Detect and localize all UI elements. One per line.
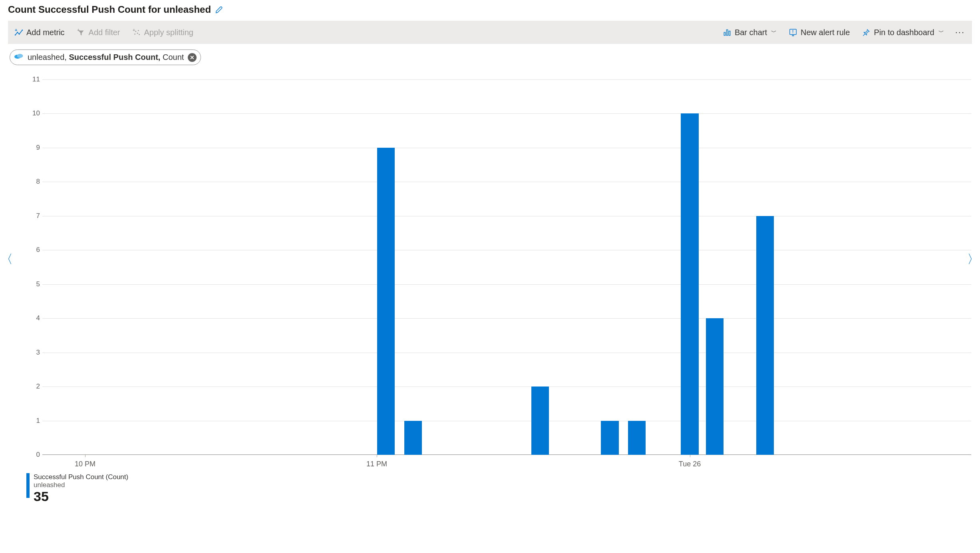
scroll-left-button[interactable]: 〈 [1, 251, 13, 268]
new-alert-rule-button[interactable]: ! New alert rule [784, 26, 855, 40]
svg-point-2 [17, 32, 18, 33]
gridline [42, 284, 971, 285]
metric-name: Successful Push Count, [69, 53, 160, 61]
svg-point-7 [135, 31, 136, 32]
resource-icon [14, 52, 24, 62]
gridline [42, 216, 971, 216]
add-metric-label: Add metric [26, 28, 65, 37]
chart-toolbar: + Add metric + Add filter + Apply splitt… [8, 21, 972, 44]
metric-aggregation: Count [163, 53, 184, 61]
filter-icon: + [77, 28, 85, 37]
add-metric-button[interactable]: + Add metric [10, 26, 70, 40]
x-axis-baseline [42, 454, 971, 455]
chart-bar[interactable] [628, 421, 646, 455]
gridline [42, 455, 971, 455]
svg-text:!: ! [792, 29, 794, 34]
chart-legend[interactable]: Successful Push Count (Count) unleashed … [26, 473, 972, 504]
svg-text:+: + [77, 28, 80, 32]
gridline [42, 250, 971, 250]
apply-splitting-label: Apply splitting [144, 28, 193, 37]
x-axis-tick-mark [690, 455, 690, 457]
chart-bar[interactable] [681, 113, 698, 455]
chart-bar[interactable] [377, 148, 395, 455]
gridline [42, 421, 971, 421]
new-alert-rule-label: New alert rule [801, 28, 850, 37]
y-axis-tick: 11 [24, 75, 40, 83]
splitting-icon: + [132, 28, 141, 37]
chevron-down-icon: ﹀ [771, 29, 777, 36]
gridline [42, 79, 971, 80]
gridline [42, 113, 971, 114]
y-axis-tick: 1 [24, 417, 40, 425]
y-axis-tick: 3 [24, 349, 40, 357]
y-axis-tick: 7 [24, 212, 40, 220]
x-axis-tick-label: 11 PM [366, 460, 387, 468]
y-axis-tick: 6 [24, 246, 40, 254]
y-axis-tick: 0 [24, 451, 40, 459]
chart-bar[interactable] [706, 318, 724, 455]
x-axis-tick-mark [377, 455, 377, 457]
gridline [42, 182, 971, 182]
legend-series-name: Successful Push Count (Count) [34, 473, 128, 481]
alert-icon: ! [789, 28, 797, 37]
svg-text:+: + [15, 28, 17, 32]
svg-rect-14 [729, 31, 730, 36]
gridline [42, 318, 971, 319]
metric-pill[interactable]: unleashed, Successful Push Count, Count … [10, 50, 201, 65]
svg-text:+: + [133, 28, 135, 32]
chart-type-label: Bar chart [735, 28, 767, 37]
chart-bar[interactable] [531, 387, 549, 455]
svg-point-10 [137, 33, 138, 34]
edit-title-icon[interactable] [215, 5, 224, 15]
chart-bar[interactable] [756, 216, 774, 455]
legend-resource-name: unleashed [34, 481, 128, 489]
svg-point-1 [15, 34, 16, 36]
apply-splitting-button[interactable]: + Apply splitting [127, 26, 198, 40]
add-filter-label: Add filter [89, 28, 120, 37]
svg-point-8 [138, 30, 139, 31]
svg-rect-13 [726, 30, 728, 35]
chevron-down-icon: ﹀ [938, 29, 944, 36]
gridline [42, 148, 971, 148]
svg-point-11 [139, 34, 140, 35]
y-axis-tick: 8 [24, 178, 40, 186]
y-axis-tick: 5 [24, 280, 40, 288]
chart-type-dropdown[interactable]: Bar chart ﹀ [718, 26, 781, 40]
y-axis-tick: 10 [24, 109, 40, 117]
pin-to-dashboard-label: Pin to dashboard [874, 28, 934, 37]
x-axis-tick-label: 10 PM [75, 460, 95, 468]
chart-bar[interactable] [404, 421, 422, 455]
pin-icon [862, 28, 871, 37]
page-title: Count Successful Push Count for unleashe… [8, 4, 211, 15]
y-axis-tick: 9 [24, 144, 40, 152]
metric-resource: unleashed, [28, 53, 67, 61]
more-actions-button[interactable]: ··· [951, 27, 969, 38]
bar-chart-icon [723, 28, 732, 37]
metric-bar-chart: 10 PM11 PMTue 26 01234567891011 [26, 79, 971, 455]
chart-bar[interactable] [601, 421, 618, 455]
svg-point-4 [22, 30, 23, 31]
svg-rect-12 [724, 32, 725, 36]
svg-point-3 [19, 34, 20, 35]
pin-to-dashboard-button[interactable]: Pin to dashboard ﹀ [857, 26, 948, 40]
legend-value: 35 [34, 489, 128, 504]
y-axis-tick: 2 [24, 383, 40, 390]
add-filter-button[interactable]: + Add filter [72, 26, 125, 40]
svg-point-18 [17, 54, 23, 58]
x-axis-tick-mark [85, 455, 85, 457]
svg-point-9 [134, 34, 135, 35]
add-metric-icon: + [14, 28, 23, 37]
gridline [42, 353, 971, 353]
x-axis-tick-label: Tue 26 [679, 460, 701, 468]
remove-metric-icon[interactable]: ✕ [188, 53, 197, 62]
y-axis-tick: 4 [24, 314, 40, 322]
legend-swatch [26, 473, 30, 498]
gridline [42, 387, 971, 387]
